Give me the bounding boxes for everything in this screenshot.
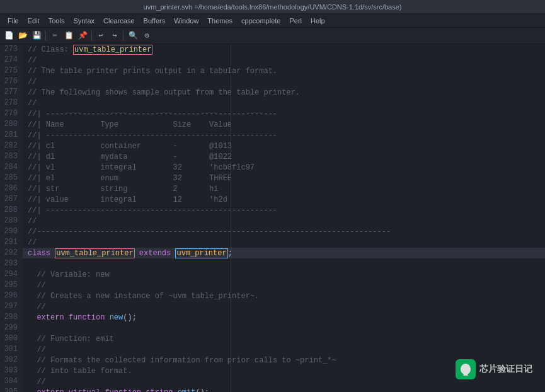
menu-item-buffers[interactable]: Buffers: [140, 16, 169, 26]
menu-item-themes[interactable]: Themes: [204, 16, 236, 26]
toolbar-redo[interactable]: ↪: [108, 30, 121, 42]
code-line: [23, 323, 545, 333]
menu-item-syntax[interactable]: Syntax: [69, 16, 98, 26]
code-line: //| vl integral 32 'hcb8flc97: [23, 162, 545, 173]
line-number: 298: [0, 312, 23, 323]
code-line: // Class: uvm_table_printer: [23, 44, 545, 55]
toolbar-find[interactable]: 🔍: [127, 30, 139, 42]
line-number: 285: [0, 173, 23, 183]
code-line: class uvm_table_printer extends uvm_prin…: [23, 248, 545, 258]
code-line: //--------------------------------------…: [23, 226, 545, 237]
code-line: //: [23, 344, 545, 355]
line-number: 279: [0, 108, 23, 119]
main-content: 2732742752762772782792802812822832842852…: [0, 44, 545, 392]
toolbar-sep3: [123, 31, 124, 41]
line-number: 302: [0, 355, 23, 366]
line-number: 283: [0, 151, 23, 162]
vertical-divider: [231, 44, 231, 392]
title-text: uvm_printer.svh =/home/eda/tools.lnx86/m…: [144, 3, 402, 11]
menu-item-file[interactable]: File: [4, 16, 23, 26]
menu-item-clearcase[interactable]: Clearcase: [100, 16, 139, 26]
line-number: 276: [0, 76, 23, 87]
line-numbers: 2732742752762772782792802812822832842852…: [0, 44, 23, 392]
code-line: // Creates a new instance of ~uvm_table_…: [23, 291, 545, 301]
line-number: 297: [0, 301, 23, 312]
line-number: 290: [0, 226, 23, 237]
title-bar: uvm_printer.svh =/home/eda/tools.lnx86/m…: [0, 0, 545, 14]
line-number: 294: [0, 269, 23, 280]
line-number: 296: [0, 291, 23, 301]
line-number: 286: [0, 183, 23, 194]
code-line: // The table printer prints output in a …: [23, 66, 545, 76]
line-number: 301: [0, 344, 23, 355]
code-line: //| el enum 32 THREE: [23, 173, 545, 183]
code-line: //: [23, 55, 545, 66]
code-line: //| ------------------------------------…: [23, 205, 545, 216]
toolbar-undo[interactable]: ↩: [95, 30, 107, 42]
line-number: 280: [0, 119, 23, 130]
wm-icon: [456, 359, 476, 379]
line-number: 281: [0, 130, 23, 141]
line-number: 295: [0, 280, 23, 291]
line-number: 305: [0, 387, 23, 392]
line-number: 274: [0, 55, 23, 66]
line-number: 291: [0, 237, 23, 248]
code-line: //| ------------------------------------…: [23, 108, 545, 119]
code-line: //| cl container - @1013: [23, 141, 545, 151]
toolbar-sep2: [91, 31, 92, 41]
code-line: // Function: emit: [23, 333, 545, 344]
line-number: 289: [0, 216, 23, 226]
line-number: 292: [0, 248, 23, 258]
code-line: //: [23, 216, 545, 226]
code-line: //: [23, 280, 545, 291]
code-line: extern virtual function string emit();: [23, 387, 545, 392]
code-line: //: [23, 98, 545, 108]
code-line: //: [23, 301, 545, 312]
menu-item-help[interactable]: Help: [307, 16, 329, 26]
line-number: 304: [0, 376, 23, 387]
toolbar-cut[interactable]: ✂: [49, 30, 61, 42]
line-number: 287: [0, 194, 23, 205]
menu-bar: FileEditToolsSyntaxClearcaseBuffersWindo…: [0, 14, 545, 28]
line-number: 284: [0, 162, 23, 173]
toolbar-save[interactable]: 💾: [30, 30, 43, 42]
toolbar-copy[interactable]: 📋: [62, 30, 75, 42]
line-number: 277: [0, 87, 23, 98]
toolbar: 📄 📂 💾 ✂ 📋 📌 ↩ ↪ 🔍 ⚙: [0, 28, 545, 44]
toolbar-paste[interactable]: 📌: [76, 30, 89, 42]
code-line: //| str string 2 hi: [23, 183, 545, 194]
code-line: [23, 258, 545, 269]
menu-item-tools[interactable]: Tools: [45, 16, 69, 26]
line-number: 300: [0, 333, 23, 344]
wm-text: 芯片验证日记: [479, 364, 532, 375]
toolbar-sep1: [45, 31, 46, 41]
line-number: 299: [0, 323, 23, 333]
line-number: 293: [0, 258, 23, 269]
code-line: //| Name Type Size Value: [23, 119, 545, 130]
line-number: 273: [0, 44, 23, 55]
code-line: //| value integral 12 'h2d: [23, 194, 545, 205]
code-line: //| dl mydata - @1022: [23, 151, 545, 162]
menu-item-perl[interactable]: Perl: [285, 16, 306, 26]
code-line: // The following shows sample output fro…: [23, 87, 545, 98]
line-number: 278: [0, 98, 23, 108]
code-line: //: [23, 76, 545, 87]
code-line: //| ------------------------------------…: [23, 130, 545, 141]
toolbar-new[interactable]: 📄: [3, 30, 15, 42]
menu-item-cppcomplete[interactable]: cppcomplete: [238, 16, 284, 26]
code-line: //: [23, 237, 545, 248]
line-number: 275: [0, 66, 23, 76]
code-lines: // Class: uvm_table_printer//// The tabl…: [23, 44, 545, 392]
toolbar-open[interactable]: 📂: [16, 30, 29, 42]
toolbar-build[interactable]: ⚙: [141, 30, 153, 42]
watermark: 芯片验证日记: [456, 359, 532, 379]
code-area[interactable]: // Class: uvm_table_printer//// The tabl…: [23, 44, 545, 392]
line-number: 282: [0, 141, 23, 151]
code-line: extern function new();: [23, 312, 545, 323]
menu-item-window[interactable]: Window: [170, 16, 202, 26]
code-line: // Variable: new: [23, 269, 545, 280]
line-number: 303: [0, 366, 23, 376]
menu-item-edit[interactable]: Edit: [24, 16, 43, 26]
line-number: 288: [0, 205, 23, 216]
